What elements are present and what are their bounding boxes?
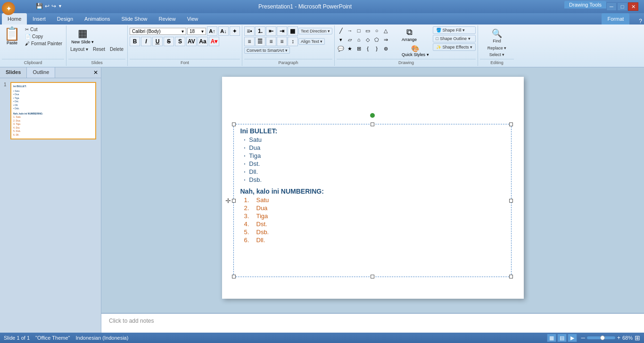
handle-ml[interactable]	[232, 199, 236, 203]
close-button[interactable]: ✕	[628, 2, 638, 11]
find-button[interactable]: 🔍 Find	[489, 27, 504, 44]
shape-arrow[interactable]: →	[346, 26, 354, 35]
shape-triangle[interactable]: △	[381, 26, 390, 35]
tab-design[interactable]: Design	[51, 13, 79, 24]
bold-button[interactable]: B	[130, 37, 140, 46]
shadow-button[interactable]: S	[175, 37, 185, 46]
rotate-handle[interactable]	[370, 113, 375, 118]
shape-more[interactable]: ▾	[337, 35, 345, 44]
convert-smartart-button[interactable]: Convert to SmartArt ▾	[244, 47, 290, 54]
save-qat-button[interactable]: 💾	[36, 3, 43, 9]
qat-dropdown[interactable]: ▼	[58, 4, 62, 8]
handle-tl[interactable]	[232, 122, 236, 126]
zoom-level[interactable]: 68%	[622, 335, 633, 341]
redo-qat-button[interactable]: ↪	[51, 3, 56, 9]
font-color-button[interactable]: A▾	[209, 37, 219, 46]
handle-mr[interactable]	[509, 199, 513, 203]
slide-sorter-button[interactable]: ▤	[557, 334, 567, 342]
reset-button[interactable]: Reset	[91, 46, 107, 52]
help-button[interactable]: ?	[639, 18, 642, 24]
new-slide-button[interactable]: ▦ New Slide ▾	[68, 26, 97, 45]
paste-button[interactable]: 📋 Paste	[2, 26, 22, 46]
increase-font-button[interactable]: A↑	[207, 26, 217, 36]
quick-styles-button[interactable]: 🎨 Quick Styles ▾	[400, 44, 431, 58]
shape-rect[interactable]: □	[355, 26, 363, 35]
underline-button[interactable]: U	[152, 37, 163, 46]
tab-format[interactable]: Format	[602, 13, 629, 24]
notes-placeholder[interactable]: Click to add notes	[109, 318, 154, 324]
tab-slideshow[interactable]: Slide Show	[116, 13, 153, 24]
textbox-selection[interactable]: ✛ Ini BULLET: • Satu • Dua	[233, 124, 512, 277]
char-spacing-button[interactable]: AV	[186, 37, 197, 46]
zoom-out-button[interactable]: ─	[581, 335, 585, 341]
align-center-button[interactable]: ☰	[255, 37, 265, 46]
notes-area[interactable]: Click to add notes	[101, 313, 644, 333]
text-direction-button[interactable]: Text Direction ▾	[298, 28, 332, 34]
zoom-slider[interactable]	[587, 336, 615, 339]
zoom-in-button[interactable]: +	[617, 335, 620, 341]
normal-view-button[interactable]: ▦	[547, 334, 556, 342]
minimize-button[interactable]: ─	[606, 2, 617, 11]
shape-roundrect[interactable]: ▭	[363, 26, 372, 35]
shape-arrow2[interactable]: ⇒	[381, 35, 390, 44]
handle-br[interactable]	[509, 275, 513, 278]
canvas-area[interactable]: ✛ Ini BULLET: • Satu • Dua	[101, 67, 644, 313]
change-case-button[interactable]: Aa	[198, 37, 208, 46]
shape-callout[interactable]: 💬	[337, 44, 345, 53]
outline-tab[interactable]: Outline	[27, 67, 55, 78]
line-spacing-button[interactable]: ↕	[288, 37, 298, 46]
columns-button[interactable]: ▦	[288, 26, 298, 36]
fit-slide-button[interactable]: ⊞	[635, 334, 640, 342]
slide-thumbnail[interactable]: Ini BULLET: • Satu • Dua • Tiga • Dst. •…	[10, 82, 96, 139]
italic-button[interactable]: I	[141, 37, 151, 46]
shape-fill-button[interactable]: 🪣Shape Fill ▾	[433, 26, 476, 34]
shape-line[interactable]: ╱	[337, 26, 345, 35]
cut-button[interactable]: ✂Cut	[23, 26, 64, 33]
clear-format-button[interactable]: ✦	[230, 26, 240, 36]
handle-tc[interactable]	[371, 122, 374, 126]
shape-outline-button[interactable]: □Shape Outline ▾	[433, 35, 476, 42]
slides-tab[interactable]: Slides	[0, 67, 27, 78]
shape-effects-button[interactable]: ✨Shape Effects ▾	[433, 43, 476, 51]
font-name-combo[interactable]: Calibri (Body)▾	[130, 28, 186, 35]
slide[interactable]: ✛ Ini BULLET: • Satu • Dua	[222, 77, 524, 299]
copy-button[interactable]: 📄Copy	[23, 33, 64, 40]
numbering-button[interactable]: 1.	[255, 26, 265, 36]
align-right-button[interactable]: ≡	[266, 37, 276, 46]
decrease-indent-button[interactable]: ⇤	[266, 26, 276, 36]
shape-star[interactable]: ★	[346, 44, 354, 53]
handle-tr[interactable]	[509, 122, 513, 126]
shape-trapezoid[interactable]: ⌂	[355, 35, 363, 44]
tab-view[interactable]: View	[182, 13, 204, 24]
arrange-button[interactable]: ⧉ Arrange	[400, 26, 419, 43]
undo-qat-button[interactable]: ↩	[45, 3, 50, 9]
align-left-button[interactable]: ≡	[244, 37, 255, 46]
slideshow-button[interactable]: ▶	[568, 334, 577, 342]
increase-indent-button[interactable]: ⇥	[277, 26, 287, 36]
align-text-button[interactable]: Align Text ▾	[298, 38, 325, 45]
handle-bc[interactable]	[371, 275, 374, 278]
strikethrough-button[interactable]: S	[164, 37, 174, 46]
tab-home[interactable]: Home	[2, 13, 27, 24]
tab-insert[interactable]: Insert	[27, 13, 51, 24]
bullets-button[interactable]: ≡•	[244, 26, 255, 36]
office-button[interactable]: ✦	[2, 2, 15, 15]
font-size-combo[interactable]: 18▾	[187, 28, 206, 35]
shape-brace2[interactable]: }	[372, 44, 381, 53]
delete-button[interactable]: Delete	[108, 46, 125, 52]
shape-flowchart[interactable]: ⊞	[355, 44, 363, 53]
tab-review[interactable]: Review	[153, 13, 182, 24]
select-button[interactable]: Select ▾	[487, 52, 507, 57]
decrease-font-button[interactable]: A↓	[218, 26, 229, 36]
format-painter-button[interactable]: 🖌Format Painter	[23, 41, 64, 47]
panel-close-button[interactable]: ✕	[91, 67, 101, 78]
move-icon[interactable]: ✛	[225, 197, 231, 204]
tab-animations[interactable]: Animations	[79, 13, 116, 24]
justify-button[interactable]: ≡	[277, 37, 287, 46]
layout-button[interactable]: Layout ▾	[68, 46, 90, 52]
shape-pentagon[interactable]: ⬠	[372, 35, 381, 44]
shape-oval[interactable]: ○	[372, 26, 381, 35]
shape-misc[interactable]: ⊛	[381, 44, 390, 53]
shape-brace[interactable]: {	[363, 44, 372, 53]
maximize-button[interactable]: □	[617, 2, 627, 11]
